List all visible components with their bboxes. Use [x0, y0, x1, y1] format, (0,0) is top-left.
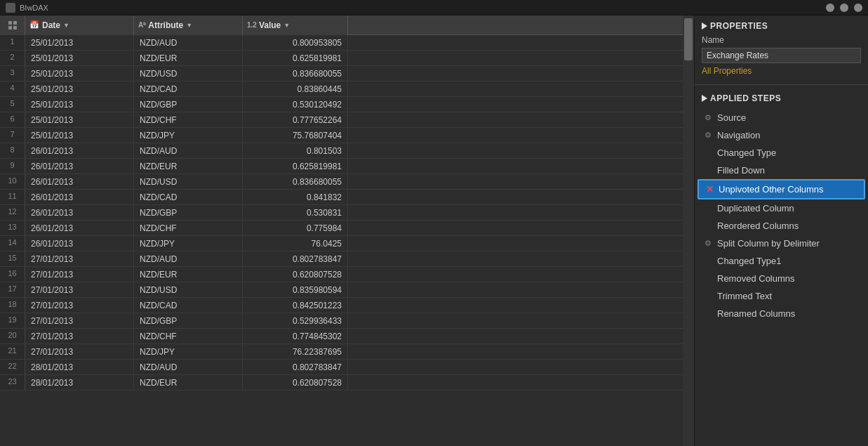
- step-item-split_column[interactable]: ⚙ Split Column by Delimiter ⚙: [697, 235, 865, 252]
- step-item-removed_columns[interactable]: Removed Columns: [697, 270, 865, 287]
- step-item-renamed_columns[interactable]: Renamed Columns: [697, 305, 865, 322]
- table-row[interactable]: 11 26/01/2013 NZD/CAD 0.841832: [0, 190, 683, 205]
- step-item-source[interactable]: ⚙ Source ⚙: [697, 109, 865, 126]
- properties-section: PROPERTIES Name All Properties: [695, 15, 868, 81]
- cell-value: 0.530831: [243, 205, 348, 220]
- cell-row-num: 9: [0, 159, 25, 173]
- table-row[interactable]: 16 27/01/2013 NZD/EUR 0.620807528: [0, 267, 683, 282]
- cell-date: 27/01/2013: [25, 344, 134, 359]
- value-dropdown-icon[interactable]: ▼: [283, 22, 290, 29]
- attr-type-icon: Aᵇ: [138, 21, 146, 29]
- table-row[interactable]: 13 26/01/2013 NZD/CHF 0.775984: [0, 221, 683, 236]
- date-dropdown-icon[interactable]: ▼: [63, 22, 69, 29]
- cell-row-num: 16: [0, 267, 25, 282]
- table-row[interactable]: 23 28/01/2013 NZD/EUR 0.620807528: [0, 375, 683, 391]
- table-row[interactable]: 22 28/01/2013 NZD/AUD 0.802783847: [0, 360, 683, 375]
- step-empty-icon: [703, 309, 713, 319]
- cell-row-num: 22: [0, 360, 25, 374]
- attribute-dropdown-icon[interactable]: ▼: [186, 22, 192, 29]
- step-item-changed_type[interactable]: Changed Type: [697, 144, 865, 162]
- cell-date: 27/01/2013: [25, 267, 134, 282]
- scrollbar-area[interactable]: [683, 15, 694, 446]
- step-item-changed_type1[interactable]: Changed Type1: [697, 252, 865, 270]
- step-settings-cog: ⚙: [703, 239, 713, 249]
- col-header-value[interactable]: 1.2 Value ▼: [243, 15, 348, 35]
- cell-attribute: NZD/EUR: [134, 375, 243, 390]
- table-row[interactable]: 21 27/01/2013 NZD/JPY 76.22387695: [0, 344, 683, 360]
- step-empty-icon: [703, 166, 713, 176]
- table-row[interactable]: 3 25/01/2013 NZD/USD 0.836680055: [0, 66, 683, 81]
- icon-2: [840, 4, 848, 12]
- cell-attribute: NZD/CHF: [134, 112, 243, 127]
- cell-attribute: NZD/CHF: [134, 329, 243, 343]
- cell-date: 25/01/2013: [25, 128, 134, 143]
- table-row[interactable]: 15 27/01/2013 NZD/AUD 0.802783847: [0, 251, 683, 267]
- cell-row-num: 13: [0, 221, 25, 235]
- properties-name-label: Name: [702, 35, 861, 45]
- col-header-attribute[interactable]: Aᵇ Attribute ▼: [134, 15, 243, 35]
- cell-row-num: 5: [0, 97, 25, 112]
- scrollbar-thumb[interactable]: [684, 18, 693, 60]
- table-row[interactable]: 6 25/01/2013 NZD/CHF 0.777652264: [0, 112, 683, 128]
- step-item-filled_down[interactable]: Filled Down: [697, 162, 865, 179]
- applied-steps-header-section: APPLIED STEPS: [695, 88, 868, 109]
- table-row[interactable]: 7 25/01/2013 NZD/JPY 75.76807404: [0, 128, 683, 143]
- table-row[interactable]: 19 27/01/2013 NZD/GBP 0.529936433: [0, 313, 683, 329]
- step-empty-icon: [703, 204, 713, 214]
- cell-date: 27/01/2013: [25, 282, 134, 297]
- cell-row-num: 11: [0, 190, 25, 204]
- table-row[interactable]: 17 27/01/2013 NZD/USD 0.835980594: [0, 282, 683, 298]
- table-row[interactable]: 5 25/01/2013 NZD/GBP 0.530120492: [0, 97, 683, 112]
- cell-value: 0.620807528: [243, 267, 348, 282]
- cell-row-num: 15: [0, 251, 25, 266]
- step-item-reordered_columns[interactable]: Reordered Columns: [697, 217, 865, 235]
- col-header-date[interactable]: 📅 Date ▼: [25, 15, 134, 35]
- cell-date: 27/01/2013: [25, 251, 134, 266]
- cell-attribute: NZD/CAD: [134, 190, 243, 204]
- step-item-unpivoted_other_columns[interactable]: ✕ Unpivoted Other Columns: [697, 179, 865, 199]
- step-item-navigation[interactable]: ⚙ Navigation ⚙: [697, 126, 865, 144]
- cell-row-num: 14: [0, 236, 25, 251]
- col-date-label: Date: [42, 20, 60, 30]
- step-empty-icon: [703, 148, 713, 158]
- table-row[interactable]: 10 26/01/2013 NZD/USD 0.836680055: [0, 174, 683, 190]
- step-item-trimmed_text[interactable]: Trimmed Text: [697, 287, 865, 305]
- table-row[interactable]: 9 26/01/2013 NZD/EUR 0.625819981: [0, 159, 683, 174]
- properties-title: PROPERTIES: [710, 21, 768, 31]
- cell-date: 26/01/2013: [25, 205, 134, 220]
- cell-value: 0.836680055: [243, 66, 348, 81]
- cell-date: 25/01/2013: [25, 97, 134, 112]
- step-empty-icon: [703, 274, 713, 284]
- cell-attribute: NZD/GBP: [134, 205, 243, 220]
- app-label: BIwDAX: [20, 4, 48, 12]
- table-row[interactable]: 14 26/01/2013 NZD/JPY 76.0425: [0, 236, 683, 251]
- step-item-duplicated_column[interactable]: Duplicated Column: [697, 199, 865, 217]
- cell-attribute: NZD/USD: [134, 282, 243, 297]
- table-row[interactable]: 1 25/01/2013 NZD/AUD 0.800953805: [0, 35, 683, 51]
- cell-value: 0.530120492: [243, 97, 348, 112]
- top-bar: BIwDAX: [0, 0, 868, 15]
- table-row[interactable]: 8 26/01/2013 NZD/AUD 0.801503: [0, 143, 683, 159]
- cell-date: 25/01/2013: [25, 81, 134, 96]
- cell-date: 28/01/2013: [25, 375, 134, 390]
- all-properties-link[interactable]: All Properties: [702, 66, 861, 76]
- cell-value: 0.841832: [243, 190, 348, 204]
- applied-steps-title: APPLIED STEPS: [710, 93, 781, 103]
- grid-icon: [8, 20, 18, 30]
- properties-name-input[interactable]: [702, 48, 861, 63]
- table-row[interactable]: 12 26/01/2013 NZD/GBP 0.530831: [0, 205, 683, 221]
- table-row[interactable]: 4 25/01/2013 NZD/CAD 0.83860445: [0, 81, 683, 97]
- cell-date: 25/01/2013: [25, 112, 134, 127]
- divider: [695, 84, 868, 85]
- col-value-label: Value: [259, 20, 281, 30]
- cell-attribute: NZD/USD: [134, 174, 243, 189]
- cell-date: 27/01/2013: [25, 298, 134, 313]
- cell-attribute: NZD/GBP: [134, 313, 243, 328]
- main-area: 📅 Date ▼ Aᵇ Attribute ▼ 1.2 Value ▼ 1 25…: [0, 15, 868, 446]
- step-label-filled_down: Filled Down: [717, 165, 860, 176]
- table-row[interactable]: 2 25/01/2013 NZD/EUR 0.625819981: [0, 51, 683, 66]
- table-row[interactable]: 20 27/01/2013 NZD/CHF 0.774845302: [0, 329, 683, 344]
- step-label-changed_type: Changed Type: [717, 147, 860, 158]
- table-row[interactable]: 18 27/01/2013 NZD/CAD 0.842501223: [0, 298, 683, 313]
- table-body: 1 25/01/2013 NZD/AUD 0.800953805 2 25/01…: [0, 35, 683, 446]
